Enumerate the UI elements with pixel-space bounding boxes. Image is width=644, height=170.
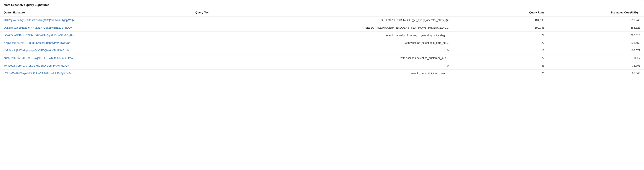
table-row: MUPbjJoYZc/Ny5J9HesnSsMlmgSRQYwUvokE1gnj… bbox=[0, 16, 644, 24]
signature-link[interactable]: huchE2HZXMPdTRnaRGWjNtUTLu+WbufallJ56o0e… bbox=[4, 56, 73, 60]
signature-cell[interactable]: oUk3Upsq/xElHEz9JFRHVkJLR72p6Ztx65BL1J1m… bbox=[0, 24, 192, 32]
query-text-cell: 0 bbox=[192, 47, 452, 54]
header-row: Query Signature Query Text Query Runs Es… bbox=[0, 9, 644, 16]
table-row: oUk3Upsq/xElHEz9JFRHVkJLR72p6Ztx65BL1J1m… bbox=[0, 24, 644, 32]
runs-cell: 27 bbox=[452, 54, 548, 62]
query-text-cell: 0 bbox=[192, 62, 452, 70]
query-text-cell: with wscs as (select sold_date_sk ... bbox=[192, 39, 452, 47]
query-text-cell: select channel, col_name, d_year, d_qoy,… bbox=[192, 32, 452, 39]
cost-cell: 220.516 bbox=[548, 32, 644, 39]
col-header-cost[interactable]: Estimated Cost(USD) ↓ bbox=[548, 9, 644, 16]
query-signatures-table: Query Signature Query Text Query Runs Es… bbox=[0, 9, 644, 77]
table-row: oOoPGgn4EPvJHB223eUX8DvZAo1qc8oEzmQfpr0R… bbox=[0, 32, 644, 39]
signature-cell[interactable]: huchE2HZXMPdTRnaRGWjNtUTLu+WbufallJ56o0e… bbox=[0, 54, 192, 62]
cost-cell: 106.577 bbox=[548, 47, 644, 54]
cost-cell: 100.7 bbox=[548, 54, 644, 62]
runs-cell: 12 bbox=[452, 47, 548, 54]
panel-title: Most Expensive Query Signatures bbox=[0, 0, 644, 9]
runs-cell: 1,481,995 bbox=[452, 16, 548, 24]
table-row: VaB4sic9cj980V/8gehogeQtXXF5Qhe6rVBUBSA0… bbox=[0, 47, 644, 54]
signature-link[interactable]: pYLOvOo1bItVwyuJdOcKHpu/3U69hDxsUUBrl3yR… bbox=[4, 72, 72, 75]
signature-cell[interactable]: oOoPGgn4EPvJHB223eUX8DvZAo1qc8oEzmQfpr0R… bbox=[0, 32, 192, 39]
table-row: huchE2HZXMPdTRnaRGWjNtUTLu+WbufallJ56o0e… bbox=[0, 54, 644, 62]
query-text-cell: select i_item_id ,i_item_desc ... bbox=[192, 70, 452, 77]
signature-link[interactable]: 70fns90/l/s/bRYJJ0TbNJG+qC2dOIGLnnFXIwPG… bbox=[4, 64, 69, 67]
most-expensive-query-signatures-panel: Most Expensive Query Signatures Query Si… bbox=[0, 0, 644, 77]
cost-cell: 72.705 bbox=[548, 62, 644, 70]
query-text-cell: SELECT * FROM TABLE (get_query_operator_… bbox=[192, 16, 452, 24]
runs-cell: 85 bbox=[452, 62, 548, 70]
runs-cell: 26 bbox=[452, 70, 548, 77]
signature-cell[interactable]: 70fns90/l/s/bRYJJ0TbNJG+qC2dOIGLnnFXIwPG… bbox=[0, 62, 192, 70]
signature-link[interactable]: MUPbjJoYZc/Ny5J9HesnSsMlmgSRQYwUvokE1gnj… bbox=[4, 19, 74, 22]
cost-cell: 67.646 bbox=[548, 70, 644, 77]
table-row: 70fns90/l/s/bRYJJ0TbNJG+qC2dOIGLnnFXIwPG… bbox=[0, 62, 644, 70]
signature-link[interactable]: oOoPGgn4EPvJHB223eUX8DvZAo1qc8oEzmQfpr0R… bbox=[4, 34, 74, 37]
table-row: KXpwRrJ5XSYbf1PPhunI2SfdcsdE85ppwf/m/FnO… bbox=[0, 39, 644, 47]
cost-cell: 123.559 bbox=[548, 39, 644, 47]
signature-cell[interactable]: VaB4sic9cj980V/8gehogeQtXXF5Qhe6rVBUBSA0… bbox=[0, 47, 192, 54]
signature-cell[interactable]: pYLOvOo1bItVwyuJdOcKHpu/3U69hDxsUUBrl3yR… bbox=[0, 70, 192, 77]
signature-cell[interactable]: KXpwRrJ5XSYbf1PPhunI2SfdcsdE85ppwf/m/FnO… bbox=[0, 39, 192, 47]
signature-cell[interactable]: MUPbjJoYZc/Ny5J9HesnSsMlmgSRQYwUvokE1gnj… bbox=[0, 16, 192, 24]
query-text-cell: with ssci as ( select ss_customer_sk c..… bbox=[192, 54, 452, 62]
runs-cell: 190,748 bbox=[452, 24, 548, 32]
col-header-signature: Query Signature bbox=[0, 9, 192, 16]
runs-cell: 27 bbox=[452, 39, 548, 47]
signature-link[interactable]: oUk3Upsq/xElHEz9JFRHVkJLR72p6Ztx65BL1J1m… bbox=[4, 26, 72, 29]
col-header-runs: Query Runs bbox=[452, 9, 548, 16]
col-header-query-text: Query Text bbox=[192, 9, 452, 16]
cost-cell: 518.246 bbox=[548, 16, 644, 24]
table-wrapper: Query Signature Query Text Query Runs Es… bbox=[0, 9, 644, 77]
signature-link[interactable]: KXpwRrJ5XSYbf1PPhunI2SfdcsdE85ppwf/m/FnO… bbox=[4, 42, 70, 44]
query-text-cell: SELECT history.QUERY_ID,QUERY_TEXT,ROWS_… bbox=[192, 24, 452, 32]
table-header: Query Signature Query Text Query Runs Es… bbox=[0, 9, 644, 16]
sort-desc-icon: ↓ bbox=[639, 12, 640, 14]
table-body: MUPbjJoYZc/Ny5J9HesnSsMlmgSRQYwUvokE1gnj… bbox=[0, 16, 644, 77]
signature-link[interactable]: VaB4sic9cj980V/8gehogeQtXXF5Qhe6rVBUBSA0… bbox=[4, 49, 70, 52]
cost-cell: 456.328 bbox=[548, 24, 644, 32]
runs-cell: 27 bbox=[452, 32, 548, 39]
table-row: pYLOvOo1bItVwyuJdOcKHpu/3U69hDxsUUBrl3yR… bbox=[0, 70, 644, 77]
